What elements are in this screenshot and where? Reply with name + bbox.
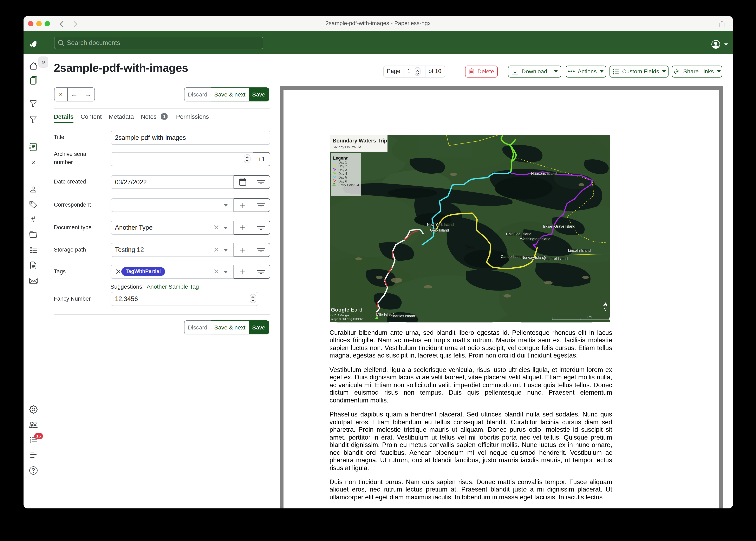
- svg-text:Day 2: Day 2: [338, 164, 347, 168]
- svg-text:Norway Island: Norway Island: [521, 256, 545, 260]
- svg-text:N: N: [603, 307, 606, 312]
- svg-text:Charlies Island: Charlies Island: [390, 314, 415, 318]
- svg-text:Canoe Island: Canoe Island: [501, 255, 522, 259]
- svg-text:Hausons Island: Hausons Island: [531, 172, 556, 176]
- svg-text:Squirrel Island: Squirrel Island: [544, 257, 567, 261]
- svg-text:3 mi: 3 mi: [585, 315, 592, 319]
- svg-text:Entry Point 24: Entry Point 24: [338, 183, 359, 187]
- svg-text:Six days in BWCA: Six days in BWCA: [332, 145, 361, 149]
- svg-text:Gary Island: Gary Island: [430, 228, 449, 233]
- svg-text:Boundary Waters Trip: Boundary Waters Trip: [332, 138, 387, 144]
- svg-text:Image © 2017 DigitalGlobe: Image © 2017 DigitalGlobe: [330, 317, 363, 320]
- svg-text:Lincoln Island: Lincoln Island: [568, 249, 591, 253]
- svg-text:© 2017 Google: © 2017 Google: [330, 314, 349, 317]
- svg-text:Half Dog Island: Half Dog Island: [506, 232, 531, 236]
- svg-text:Indian Grave Island: Indian Grave Island: [543, 224, 575, 229]
- svg-text:Day 5: Day 5: [338, 176, 347, 179]
- svg-text:Google Earth: Google Earth: [331, 307, 364, 312]
- svg-text:Legend: Legend: [333, 156, 348, 161]
- svg-text:Day 1: Day 1: [338, 161, 347, 164]
- svg-text:Day 3: Day 3: [338, 168, 347, 172]
- svg-text:Day 6: Day 6: [338, 180, 347, 183]
- svg-text:Day 4: Day 4: [338, 172, 347, 176]
- svg-text:Washington Island: Washington Island: [520, 237, 550, 241]
- svg-text:New York Island: New York Island: [427, 223, 453, 227]
